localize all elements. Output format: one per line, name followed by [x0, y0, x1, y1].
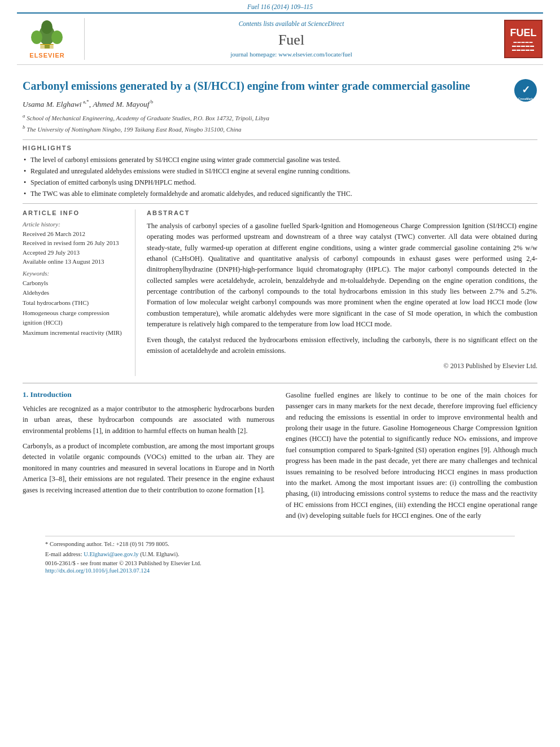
- author-1-name: Usama M. Elghawi: [23, 100, 82, 108]
- svg-rect-5: [40, 44, 54, 45]
- email-note: E-mail address: U.Elghawi@aee.gov.ly (U.…: [45, 550, 515, 559]
- fuel-logo: FUEL ▬▬▬▬▬ ▬▬▬▬▬ ▬▬▬▬▬: [504, 20, 542, 58]
- highlight-4: The TWC was able to eliminate completely…: [23, 189, 537, 199]
- highlights-heading: HIGHLIGHTS: [23, 145, 537, 151]
- svg-point-3: [51, 30, 63, 44]
- keyword-2: Aldehydes: [23, 288, 126, 298]
- abstract-text: The analysis of carbonyl species of a ga…: [147, 221, 537, 372]
- highlights-section: HIGHLIGHTS The level of carbonyl emissio…: [23, 145, 537, 199]
- body-left-col: 1. Introduction Vehicles are recognized …: [23, 390, 274, 526]
- doi-link: http://dx.doi.org/10.1016/j.fuel.2013.07…: [45, 566, 515, 575]
- section-divider: [23, 383, 537, 383]
- affiliation-1: a School of Mechanical Engineering, Acad…: [23, 112, 537, 123]
- elsevier-logo: ELSEVIER: [29, 19, 65, 59]
- body-two-col: 1. Introduction Vehicles are recognized …: [23, 390, 537, 526]
- date-revised: Received in revised form 26 July 2013: [23, 238, 126, 248]
- copyright-line: © 2013 Published by Elsevier Ltd.: [147, 361, 537, 372]
- highlights-list: The level of carbonyl emissions generate…: [23, 155, 537, 199]
- divider-2: [23, 203, 537, 204]
- svg-text:CrossMark: CrossMark: [518, 97, 533, 101]
- elsevier-logo-area: ELSEVIER: [17, 18, 85, 60]
- page-footer: * Corresponding author. Tel.: +218 (0) 9…: [45, 536, 515, 575]
- journal-ref-text: Fuel 116 (2014) 109–115: [247, 3, 313, 10]
- abstract-para-2: Even though, the catalyst reduced the hy…: [147, 335, 537, 357]
- header-section: ELSEVIER Contents lists available at Sci…: [17, 12, 543, 65]
- article-info-col: ARTICLE INFO Article history: Received 2…: [23, 209, 135, 376]
- article-info-heading: ARTICLE INFO: [23, 209, 126, 216]
- email-link[interactable]: U.Elghawi@aee.gov.ly: [84, 551, 138, 557]
- affiliations: a School of Mechanical Engineering, Acad…: [23, 112, 537, 134]
- journal-homepage: journal homepage: www.elsevier.com/locat…: [230, 51, 352, 58]
- keyword-3: Total hydrocarbons (THC): [23, 298, 126, 308]
- abstract-heading: ABSTRACT: [147, 209, 537, 216]
- intro-right-para-1: Gasoline fuelled engines are likely to c…: [286, 390, 537, 522]
- article-title: Carbonyl emissions generated by a (SI/HC…: [23, 78, 537, 93]
- crossmark-icon: ✓ CrossMark: [514, 78, 537, 102]
- journal-ref-bar: Fuel 116 (2014) 109–115: [0, 0, 560, 12]
- intro-left-para-1: Vehicles are recognized as a major contr…: [23, 404, 274, 436]
- intro-heading: 1. Introduction: [23, 390, 274, 399]
- elsevier-tree-icon: [29, 19, 65, 50]
- date-available: Available online 13 August 2013: [23, 257, 126, 267]
- svg-text:✓: ✓: [522, 84, 530, 95]
- abstract-para-1: The analysis of carbonyl species of a ga…: [147, 221, 537, 330]
- doi-url[interactable]: http://dx.doi.org/10.1016/j.fuel.2013.07…: [45, 567, 150, 574]
- fuel-logo-area: FUEL ▬▬▬▬▬ ▬▬▬▬▬ ▬▬▬▬▬: [498, 18, 543, 60]
- journal-title: Fuel: [278, 32, 304, 49]
- corresponding-author-note: * Corresponding author. Tel.: +218 (0) 9…: [45, 540, 515, 549]
- keywords-label: Keywords:: [23, 270, 126, 277]
- main-content: Carbonyl emissions generated by a (SI/HC…: [0, 65, 560, 588]
- sciencedirect-link: Contents lists available at ScienceDirec…: [239, 20, 344, 27]
- sciencedirect-brand[interactable]: ScienceDirect: [308, 20, 344, 27]
- highlight-1: The level of carbonyl emissions generate…: [23, 155, 537, 165]
- keyword-4: Homogeneous charge compression ignition …: [23, 308, 126, 328]
- license-text: 0016-2361/$ - see front matter © 2013 Pu…: [45, 560, 515, 566]
- date-received: Received 26 March 2012: [23, 229, 126, 239]
- history-label: Article history:: [23, 221, 126, 228]
- intro-left-text: Vehicles are recognized as a major contr…: [23, 404, 274, 496]
- keyword-5: Maximum incremental reactivity (MIR): [23, 328, 126, 338]
- keywords-list: Carbonyls Aldehydes Total hydrocarbons (…: [23, 278, 126, 338]
- svg-point-4: [41, 20, 53, 34]
- body-right-col: Gasoline fuelled engines are likely to c…: [286, 390, 537, 526]
- homepage-url[interactable]: www.elsevier.com/locate/fuel: [278, 51, 352, 58]
- article-info-abstract-cols: ARTICLE INFO Article history: Received 2…: [23, 209, 537, 376]
- divider-1: [23, 139, 537, 140]
- elsevier-wordmark: ELSEVIER: [29, 52, 64, 59]
- svg-rect-6: [40, 46, 54, 47]
- highlight-3: Speciation of emitted carbonyls using DN…: [23, 177, 537, 187]
- keyword-1: Carbonyls: [23, 278, 126, 289]
- affiliation-2: b The University of Nottingham Ningbo, 1…: [23, 124, 537, 134]
- svg-point-2: [31, 30, 42, 44]
- abstract-col: ABSTRACT The analysis of carbonyl specie…: [147, 209, 537, 376]
- intro-left-para-2: Carbonyls, as a product of incomplete co…: [23, 441, 274, 496]
- svg-rect-7: [40, 47, 54, 49]
- header-center: Contents lists available at ScienceDirec…: [85, 18, 498, 60]
- highlight-2: Regulated and unregulated aldehydes emis…: [23, 166, 537, 176]
- date-accepted: Accepted 29 July 2013: [23, 248, 126, 257]
- page-wrapper: Fuel 116 (2014) 109–115 ELSE: [0, 0, 560, 747]
- intro-right-text: Gasoline fuelled engines are likely to c…: [286, 390, 537, 522]
- crossmark-badge[interactable]: ✓ CrossMark: [514, 78, 537, 102]
- authors-line: Usama M. Elghawi a,*, Ahmed M. Mayouf b: [23, 99, 537, 109]
- author-2-name: Ahmed M. Mayouf: [93, 100, 149, 108]
